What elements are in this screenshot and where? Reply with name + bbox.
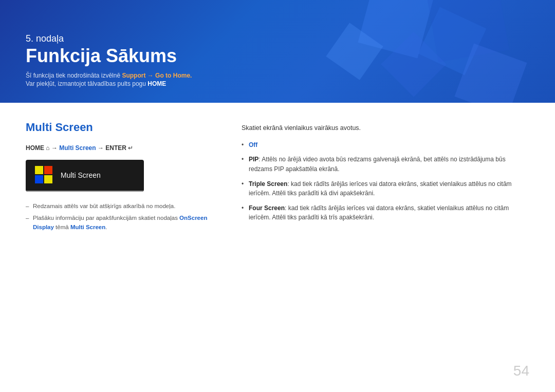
bullet-list: Off PIP: Attēls no ārējā video avota būs… — [242, 140, 529, 222]
bullet-off: Off — [242, 140, 529, 150]
note-1-text: Redzamais attēls var būt atšķirīgs atkar… — [33, 203, 175, 209]
nav-path: HOME ⌂ → Multi Screen → ENTER ↵ — [26, 143, 221, 153]
bullet-triple: Triple Screen: kad tiek rādīts ārējās ie… — [242, 179, 529, 198]
term-off: Off — [249, 141, 257, 148]
note-2-prefix: Plašāku informāciju par apakšfunkcijām s… — [33, 215, 179, 221]
term-triple: Triple Screen — [249, 180, 287, 188]
left-column: Multi Screen HOME ⌂ → Multi Screen → ENT… — [26, 121, 221, 374]
nav-arrow-2: → — [98, 144, 105, 152]
multi-screen-widget: Multi Screen — [26, 160, 144, 192]
term-pip: PIP — [249, 156, 258, 163]
widget-underline — [26, 191, 144, 192]
intro-text: Skatiet ekrānā vienlaikus vairākus avotu… — [242, 123, 529, 133]
multi-screen-icon — [35, 166, 53, 184]
note-2-end: . — [105, 224, 107, 230]
header-banner: 5. nodaļa Funkcija Sākums Šī funkcija ti… — [0, 0, 555, 103]
nav-multi-screen: Multi Screen — [59, 144, 96, 152]
note-2-middle: tēmā — [54, 224, 70, 230]
widget-inner: Multi Screen — [26, 160, 144, 191]
subtitle2-prefix: Var piekļūt, izmantojot tālvadības pults… — [26, 80, 147, 87]
notes-section: Redzamais attēls var būt atšķirīgs atkar… — [26, 202, 221, 232]
quad-blue-bottom-left — [35, 175, 43, 183]
nav-enter: ENTER — [105, 144, 126, 152]
note-2: Plašāku informāciju par apakšfunkcijām s… — [26, 214, 221, 232]
nav-arrow-1: ⌂ → — [46, 144, 59, 152]
decorative-shapes — [272, 0, 529, 103]
support-link: Support → Go to Home. — [122, 72, 192, 79]
right-column: Skatiet ekrānā vienlaikus vairākus avotu… — [242, 121, 529, 374]
nav-home: HOME — [26, 144, 44, 152]
section-title: Multi Screen — [26, 121, 221, 134]
multi-screen-link[interactable]: Multi Screen — [70, 224, 105, 230]
subtitle-prefix: Šī funkcija tiek nodrošināta izvēlnē — [26, 72, 122, 79]
bullet-four: Four Screen: kad tiek rādīts ārējās ierī… — [242, 203, 529, 222]
text-pip: : Attēls no ārējā video avota būs redzam… — [249, 156, 506, 173]
text-four: : kad tiek rādīts ārējās ierīces vai dat… — [249, 204, 509, 221]
quad-red-top-right — [44, 166, 52, 174]
text-triple: : kad tiek rādīts ārējās ierīces vai dat… — [249, 180, 512, 197]
bullet-pip: PIP: Attēls no ārējā video avota būs red… — [242, 155, 529, 174]
page-number: 54 — [513, 363, 529, 379]
nav-enter-icon: ↵ — [128, 144, 133, 152]
quad-yellow-top-left — [35, 166, 43, 174]
widget-label: Multi Screen — [61, 171, 101, 179]
note-1: Redzamais attēls var būt atšķirīgs atkar… — [26, 202, 221, 211]
term-four: Four Screen — [249, 204, 285, 212]
home-button-label: HOME — [147, 80, 166, 87]
quad-yellow-bottom-right — [44, 175, 52, 183]
main-content: Multi Screen HOME ⌂ → Multi Screen → ENT… — [0, 103, 555, 392]
